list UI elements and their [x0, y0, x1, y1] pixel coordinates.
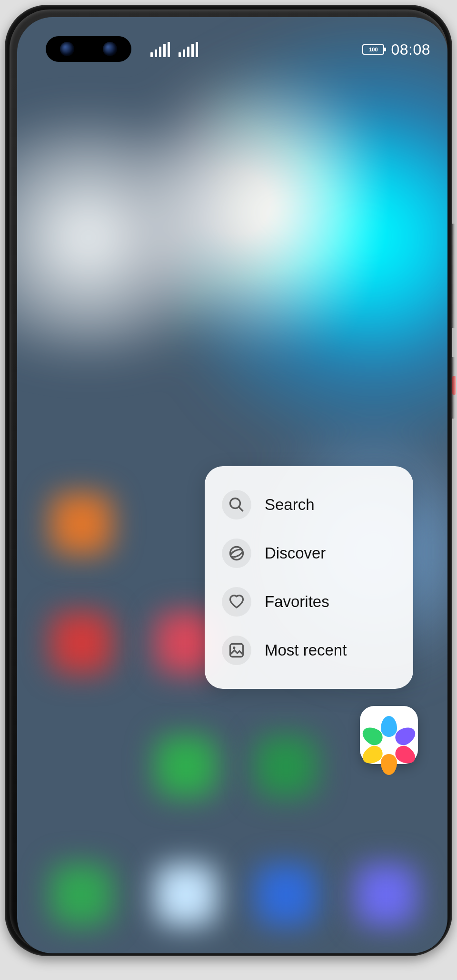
- svg-point-0: [230, 499, 240, 509]
- home-icon-blur: [255, 735, 317, 797]
- home-icon-blur: [50, 493, 112, 555]
- svg-point-5: [233, 647, 235, 649]
- dock-icon-blur: [355, 864, 417, 926]
- home-icon-blur: [50, 612, 112, 674]
- status-bar: 100 08:08: [17, 35, 447, 64]
- volume-button: [451, 224, 455, 328]
- search-icon: [222, 490, 251, 519]
- svg-rect-4: [230, 644, 243, 657]
- shortcut-item-search[interactable]: Search: [205, 480, 413, 529]
- app-shortcut-menu: Search Discover Favorites Most recent: [205, 466, 413, 689]
- signal-icon: [179, 42, 198, 57]
- themes-app-icon[interactable]: [360, 706, 418, 764]
- dock-icon-blur: [50, 864, 112, 926]
- status-clock: 08:08: [391, 41, 430, 59]
- signal-icon: [150, 42, 170, 57]
- svg-line-1: [239, 507, 243, 511]
- phone-screen[interactable]: 100 08:08 Search Discover: [17, 17, 447, 953]
- dock-icon-blur: [255, 864, 317, 926]
- shortcut-item-favorites[interactable]: Favorites: [205, 578, 413, 626]
- discover-icon: [222, 539, 251, 568]
- shortcut-item-most-recent[interactable]: Most recent: [205, 626, 413, 675]
- home-icon-blur: [155, 735, 217, 797]
- phone-frame: 100 08:08 Search Discover: [5, 5, 452, 956]
- battery-level: 100: [369, 47, 378, 52]
- side-accent: [452, 376, 456, 395]
- shortcut-label: Search: [265, 496, 315, 514]
- favorites-icon: [222, 587, 251, 617]
- battery-icon: 100: [362, 44, 384, 55]
- dock-icon-blur: [155, 864, 217, 926]
- shortcut-label: Discover: [265, 544, 326, 562]
- shortcut-label: Most recent: [265, 641, 347, 659]
- flower-icon: [370, 716, 408, 754]
- most-recent-icon: [222, 636, 251, 665]
- shortcut-label: Favorites: [265, 593, 329, 611]
- shortcut-item-discover[interactable]: Discover: [205, 529, 413, 578]
